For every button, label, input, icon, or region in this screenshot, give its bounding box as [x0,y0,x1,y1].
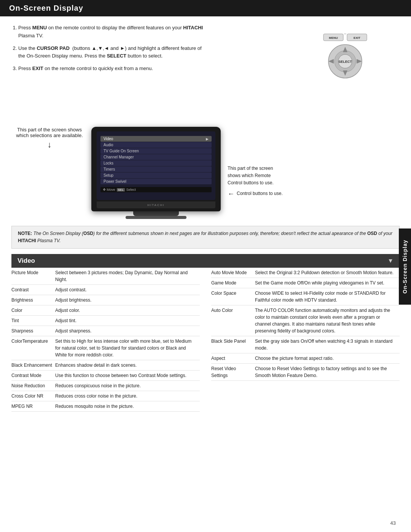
feature-name: Contrast Mode [11,371,55,381]
feature-desc: Use this function to choose between two … [55,371,200,381]
feature-desc: Adjust brightness. [55,295,200,305]
feature-name: Black Enhancement [11,360,55,371]
table-row: Black EnhancementEnhances shadow detail … [11,360,200,371]
table-row: BrightnessAdjust brightness. [11,295,200,305]
instruction-2: Use the CURSOR PAD (buttons ▲,▼,◄ and ►)… [18,45,209,61]
feature-name: Auto Color [211,305,255,336]
table-row: ColorAdjust color. [11,305,200,316]
feature-desc: Choose to Reset Video Settings to factor… [255,364,400,381]
instructions-list: Press MENU on the remote control to disp… [11,24,209,77]
feature-name: Picture Mode [11,268,55,285]
osd-status-bar: ❖ Move SEL Select [100,187,212,192]
osd-menu-item-tvguide: TV Guide On Screen [100,148,212,154]
video-left-table: Picture ModeSelect between 3 pictures mo… [11,268,200,412]
feature-desc: Select between 3 pictures modes; Day Dyn… [55,268,200,285]
table-row: MPEG NRReduces mosquito noise in the pic… [11,401,200,412]
osd-menu-item-video: Video ▶ [100,136,212,142]
tv-section: This part of the screen shows which sele… [11,127,400,219]
control-label: Control buttons to use. [237,190,283,197]
tv-bottom-bar: HITACHI [97,201,215,208]
video-section-header: Video ▼ [11,254,400,268]
feature-name: Sharpness [11,326,55,336]
video-section-title: Video [18,257,35,265]
feature-desc: Adjust contrast. [55,285,200,295]
feature-name: Cross Color NR [11,391,55,401]
move-text: ❖ Move [103,188,115,192]
svg-text:EXIT: EXIT [354,36,360,40]
feature-desc: The AUTO COLOR function automatically mo… [255,305,400,336]
feature-desc: Set this to High for less intense color … [55,336,200,360]
down-arrow-icon: ↓ [11,140,88,150]
tv-stand [133,211,179,216]
feature-name: Black Side Panel [211,336,255,353]
table-row: Auto Movie ModeSelect the Original 3:2 P… [211,268,400,278]
feature-name: Color Space [211,288,255,305]
tv-monitor-wrapper: Video ▶ Audio TV Guide On Screen Channel… [91,127,221,219]
feature-desc: Select the Original 3:2 Pulldown detecti… [255,268,400,278]
select-text: Select [126,188,136,192]
menu-arrow-icon: ▶ [206,137,209,141]
table-row: Reset Video SettingsChoose to Reset Vide… [211,364,400,381]
note-box: NOTE: The On Screen Display (OSD) for th… [11,226,400,249]
section-arrow-icon: ▼ [387,257,393,264]
table-row: Contrast ModeUse this function to choose… [11,371,200,381]
feature-desc: Set the gray side bars On/Off when watch… [255,336,400,353]
tv-annotation-wrapper: This part of the screen shows which sele… [11,127,296,219]
feature-name: Color [11,305,55,316]
left-arrow-icon: ← [228,189,234,200]
top-section: Press MENU on the remote control to disp… [11,24,400,123]
table-row: Noise ReductionReduces conspicuous noise… [11,381,200,391]
tv-monitor: Video ▶ Audio TV Guide On Screen Channel… [91,127,221,211]
page-title: On-Screen Display [9,4,83,12]
feature-name: Noise Reduction [11,381,55,391]
table-row: Black Side PanelSet the gray side bars O… [211,336,400,353]
side-tab-label: On-Screen Display [402,240,408,294]
video-right-table: Auto Movie ModeSelect the Original 3:2 P… [211,268,400,381]
table-row: AspectChoose the picture format aspect r… [211,353,400,364]
annotation-top-line1: This part of the screen shows [11,127,88,133]
svg-text:SELECT: SELECT [338,60,352,64]
feature-name: Auto Movie Mode [211,268,255,278]
tv-stand-base [126,216,186,219]
feature-name: Contrast [11,285,55,295]
hitachi-brand-label: HITACHI [147,203,164,207]
feature-desc: Adjust tint. [55,316,200,326]
osd-menu-item-timers: Timers [100,166,212,172]
osd-menu-item-setup: Setup [100,173,212,178]
feature-name: Aspect [211,353,255,364]
table-row: Picture ModeSelect between 3 pictures mo… [11,268,200,285]
page-number: 43 [390,520,396,526]
feature-name: MPEG NR [11,401,55,412]
feature-desc: Enhances shadow detail in dark scenes. [55,360,200,371]
page-header: On-Screen Display [0,0,411,16]
feature-name: Tint [11,316,55,326]
table-row: Color SpaceChoose WIDE to select Hi-Fide… [211,288,400,305]
feature-desc: Adjust sharpness. [55,326,200,336]
tv-screen: Video ▶ Audio TV Guide On Screen Channel… [97,131,215,200]
table-row: Auto ColorThe AUTO COLOR function automa… [211,305,400,336]
screen-annotation-right: This part of the screen shows which Remo… [228,165,296,199]
table-row: Cross Color NRReduces cross color noise … [11,391,200,401]
annotation-top-line2: which selections are available. [11,133,88,138]
table-row: ContrastAdjust contrast. [11,285,200,295]
feature-desc: Reduces mosquito noise in the picture. [55,401,200,412]
feature-desc: Choose the picture format aspect ratio. [255,353,400,364]
feature-name: Reset Video Settings [211,364,255,381]
osd-menu-item-locks: Locks [100,160,212,166]
remote-diagram: MENU EXIT SELECT [316,31,377,84]
side-tab: On-Screen Display [399,228,411,305]
svg-text:MENU: MENU [329,36,338,40]
osd-menu-item-channel: Channel Manager [100,154,212,160]
feature-desc: Choose WIDE to select Hi-Fidelity color … [255,288,400,305]
instruction-3: Press EXIT on the remote control to quic… [18,65,209,73]
annotation-right-line3: Control buttons to use. [228,179,296,187]
osd-menu: Video ▶ Audio TV Guide On Screen Channel… [100,135,212,185]
feature-desc: Reduces cross color noise in the picture… [55,391,200,401]
video-table-columns: Picture ModeSelect between 3 pictures mo… [11,268,400,412]
video-right-col: Auto Movie ModeSelect the Original 3:2 P… [211,268,400,412]
table-row: SharpnessAdjust sharpness. [11,326,200,336]
feature-desc: Reduces conspicuous noise in the picture… [55,381,200,391]
table-row: Game ModeSet the Game mode Off/On while … [211,278,400,288]
osd-menu-item-powerswivel: Power Swivel [100,179,212,184]
feature-desc: Set the Game mode Off/On while playing v… [255,278,400,288]
